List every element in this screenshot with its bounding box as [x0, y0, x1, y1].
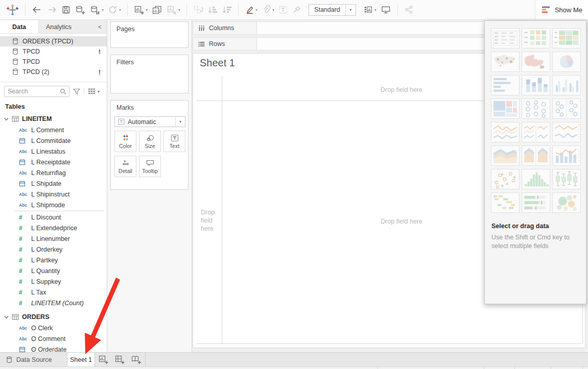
- showme-treemap[interactable]: [491, 99, 520, 119]
- sort-descending-icon[interactable]: [220, 3, 234, 16]
- new-datasource-icon[interactable]: [73, 3, 88, 16]
- showme-side-by-side-circles[interactable]: [552, 99, 581, 119]
- field-item[interactable]: L Commitdate: [0, 135, 107, 146]
- table-header-orders[interactable]: ORDERS: [0, 311, 107, 323]
- refresh-dropdown-caret[interactable]: ▾: [119, 8, 121, 12]
- share-icon[interactable]: [402, 3, 416, 16]
- field-item[interactable]: AbcL Linestatus: [0, 146, 107, 157]
- new-worksheet-dropdown-caret[interactable]: ▾: [146, 8, 148, 12]
- show-hide-cards-dropdown-caret[interactable]: ▾: [374, 8, 377, 12]
- collapse-pane-icon[interactable]: <: [93, 20, 107, 33]
- field-item[interactable]: AbcL Comment: [0, 125, 107, 135]
- new-dashboard-button[interactable]: [111, 353, 128, 366]
- show-hide-cards-icon[interactable]: ▾: [361, 3, 379, 16]
- field-item[interactable]: #L Partkey: [0, 255, 107, 265]
- swap-rows-columns-icon[interactable]: [191, 3, 205, 16]
- showme-area-discrete[interactable]: [522, 145, 550, 166]
- view-options-icon[interactable]: [84, 88, 96, 94]
- field-item[interactable]: O Orderdate: [0, 344, 107, 352]
- paperclip-icon[interactable]: ▾: [260, 3, 276, 16]
- field-item[interactable]: AbcO Comment: [0, 333, 107, 344]
- field-item[interactable]: #L Orderkey: [0, 244, 107, 255]
- undo-icon[interactable]: [30, 3, 44, 16]
- showme-text-table[interactable]: [491, 28, 520, 48]
- field-item[interactable]: L Shipdate: [0, 178, 107, 189]
- tab-data[interactable]: Data: [0, 20, 39, 33]
- save-icon[interactable]: [59, 3, 73, 16]
- tooltip-button[interactable]: Tooltip: [139, 156, 161, 177]
- chevron-down-icon[interactable]: [4, 315, 9, 319]
- showme-filled-map[interactable]: [522, 52, 550, 72]
- field-item[interactable]: #L Quantity: [0, 265, 107, 276]
- field-item[interactable]: L Receiptdate: [0, 157, 107, 167]
- sheet1-tab[interactable]: Sheet 1: [67, 353, 95, 366]
- showme-packed-bubbles[interactable]: [552, 192, 581, 213]
- showme-area-continuous[interactable]: [491, 145, 520, 166]
- sort-ascending-icon[interactable]: [205, 3, 220, 16]
- show-me-button[interactable]: Show Me: [535, 0, 588, 20]
- clear-sheet-icon[interactable]: ▾: [164, 3, 182, 16]
- showme-horizontal-bars[interactable]: [491, 75, 520, 95]
- showme-dual-combination[interactable]: [552, 145, 581, 166]
- highlight-dropdown-caret[interactable]: ▾: [255, 8, 257, 12]
- datasource-item[interactable]: TPCD: [0, 57, 107, 67]
- field-item[interactable]: #L Discount: [0, 212, 107, 223]
- filter-fields-icon[interactable]: [73, 88, 81, 95]
- showme-side-by-side-bars[interactable]: [552, 75, 581, 95]
- field-item[interactable]: #L Linenumber: [0, 233, 107, 244]
- size-button[interactable]: Size: [139, 131, 161, 152]
- datasource-item[interactable]: TPCD!: [0, 46, 107, 57]
- showme-dual-lines[interactable]: [552, 122, 581, 142]
- view-mode-caret[interactable]: ▾: [345, 5, 356, 15]
- detail-button[interactable]: Detail: [114, 156, 136, 177]
- pause-updates-dropdown-caret[interactable]: ▾: [102, 8, 104, 12]
- datasource-item[interactable]: TPCD (2)!: [0, 67, 107, 77]
- new-worksheet-tab-button[interactable]: [95, 353, 111, 366]
- field-item[interactable]: #LINEITEM (Count): [0, 298, 107, 308]
- duplicate-sheet-icon[interactable]: [150, 3, 164, 16]
- pin-icon[interactable]: [290, 3, 303, 16]
- pause-updates-icon[interactable]: ▾: [88, 3, 106, 16]
- chevron-down-icon[interactable]: [4, 117, 9, 121]
- view-mode-select[interactable]: Standard▾: [309, 4, 356, 16]
- search-input[interactable]: [5, 88, 60, 95]
- field-item[interactable]: #L Suppkey: [0, 276, 107, 287]
- showme-pie-chart[interactable]: [552, 52, 581, 72]
- showme-heat-map[interactable]: [552, 28, 581, 48]
- showme-bullet-graph[interactable]: [522, 192, 550, 213]
- refresh-icon[interactable]: ▾: [106, 3, 123, 16]
- showme-symbol-map[interactable]: [491, 52, 520, 72]
- field-item[interactable]: AbcL Returnflag: [0, 167, 107, 178]
- paperclip-dropdown-caret[interactable]: ▾: [272, 8, 274, 12]
- clear-sheet-dropdown-caret[interactable]: ▾: [178, 8, 180, 12]
- showme-scatter-plot[interactable]: [491, 169, 520, 189]
- presentation-mode-icon[interactable]: [379, 3, 393, 16]
- field-item[interactable]: AbcL Shipinstruct: [0, 189, 107, 200]
- showme-lines-discrete[interactable]: [522, 122, 550, 142]
- text-object-icon[interactable]: [276, 3, 290, 16]
- showme-lines-continuous[interactable]: [491, 122, 520, 142]
- drop-zone-rows[interactable]: Dropfieldhere: [201, 208, 222, 233]
- field-item[interactable]: #L Tax: [0, 287, 107, 298]
- showme-gantt[interactable]: [491, 192, 520, 213]
- tab-analytics[interactable]: Analytics: [39, 20, 79, 33]
- field-item[interactable]: AbcL Shipmode: [0, 200, 107, 210]
- color-button[interactable]: Color: [114, 131, 136, 152]
- showme-histogram[interactable]: [522, 169, 550, 189]
- highlight-icon[interactable]: ▾: [243, 3, 260, 16]
- field-item[interactable]: #L Extendedprice: [0, 223, 107, 233]
- sheet-title[interactable]: Sheet 1: [200, 57, 235, 69]
- showme-highlight-table[interactable]: [522, 28, 550, 48]
- datasource-item[interactable]: ORDERS (TPCD): [0, 36, 107, 46]
- search-box[interactable]: [4, 86, 69, 97]
- field-item[interactable]: AbcO Clerk: [0, 323, 107, 333]
- mark-type-select[interactable]: Automatic ▾: [114, 116, 185, 127]
- view-options-caret[interactable]: ▾: [98, 89, 100, 94]
- pages-card[interactable]: Pages: [110, 21, 189, 48]
- showme-stacked-bars[interactable]: [522, 75, 550, 95]
- data-source-tab[interactable]: Data Source: [0, 353, 67, 366]
- text-button[interactable]: Text: [163, 131, 185, 152]
- table-header-lineitem[interactable]: LINEITEM: [0, 113, 107, 125]
- new-worksheet-icon[interactable]: ▾: [132, 3, 150, 16]
- mark-type-caret[interactable]: ▾: [175, 117, 185, 127]
